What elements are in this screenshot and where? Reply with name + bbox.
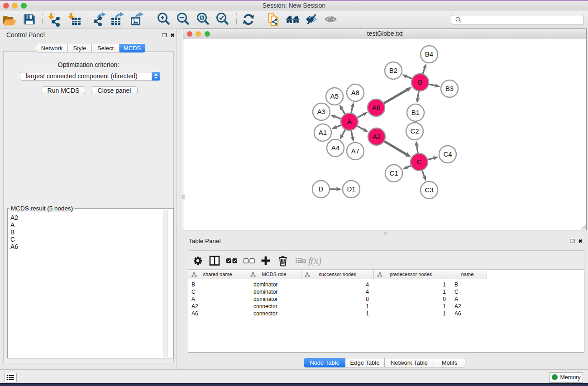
svg-text:C1: C1 <box>389 169 398 177</box>
svg-text:A1: A1 <box>319 129 327 136</box>
svg-text:C4: C4 <box>443 150 452 158</box>
svg-text:D: D <box>319 185 324 193</box>
svg-text:D1: D1 <box>347 185 355 193</box>
svg-text:C: C <box>417 158 422 166</box>
svg-text:A8: A8 <box>351 89 359 96</box>
svg-text:A5: A5 <box>330 92 339 100</box>
svg-text:B4: B4 <box>425 50 433 58</box>
svg-text:A4: A4 <box>331 144 339 152</box>
svg-text:C3: C3 <box>425 186 433 194</box>
svg-text:B3: B3 <box>445 85 454 92</box>
svg-text:C2: C2 <box>410 127 419 135</box>
svg-text:A3: A3 <box>317 108 325 115</box>
svg-text:A2: A2 <box>373 133 381 140</box>
svg-text:B1: B1 <box>411 109 420 116</box>
svg-text:B: B <box>418 78 422 86</box>
svg-text:B2: B2 <box>389 67 397 74</box>
svg-text:A7: A7 <box>351 147 359 155</box>
svg-text:A: A <box>347 118 352 125</box>
svg-text:A6: A6 <box>372 104 380 111</box>
svg-text:f(x): f(x) <box>308 255 321 266</box>
